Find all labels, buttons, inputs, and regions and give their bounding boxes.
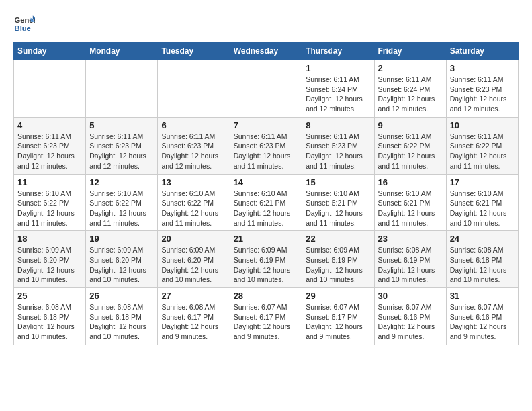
calendar-cell: 15Sunrise: 6:10 AM Sunset: 6:21 PM Dayli… (302, 174, 374, 231)
day-number: 8 (306, 120, 370, 130)
svg-text:Blue: Blue (15, 24, 31, 32)
day-number: 18 (17, 234, 82, 244)
day-info: Sunrise: 6:07 AM Sunset: 6:16 PM Dayligh… (450, 302, 515, 342)
calendar-cell: 20Sunrise: 6:09 AM Sunset: 6:20 PM Dayli… (158, 231, 230, 288)
day-info: Sunrise: 6:11 AM Sunset: 6:22 PM Dayligh… (378, 132, 443, 171)
calendar-cell (230, 60, 302, 118)
day-info: Sunrise: 6:07 AM Sunset: 6:17 PM Dayligh… (306, 302, 370, 342)
calendar-cell: 11Sunrise: 6:10 AM Sunset: 6:22 PM Dayli… (14, 174, 86, 231)
calendar-cell: 14Sunrise: 6:10 AM Sunset: 6:21 PM Dayli… (230, 174, 302, 231)
calendar-cell: 3Sunrise: 6:11 AM Sunset: 6:23 PM Daylig… (446, 60, 518, 118)
day-number: 17 (450, 177, 515, 187)
logo: General Blue (13, 13, 38, 35)
weekday-header-monday: Monday (86, 42, 158, 60)
day-info: Sunrise: 6:07 AM Sunset: 6:17 PM Dayligh… (234, 302, 299, 342)
calendar-cell: 18Sunrise: 6:09 AM Sunset: 6:20 PM Dayli… (14, 231, 86, 288)
day-number: 12 (89, 177, 154, 187)
day-info: Sunrise: 6:11 AM Sunset: 6:24 PM Dayligh… (306, 75, 370, 114)
calendar-cell: 22Sunrise: 6:09 AM Sunset: 6:19 PM Dayli… (302, 231, 374, 288)
calendar-cell (158, 60, 230, 118)
day-info: Sunrise: 6:11 AM Sunset: 6:22 PM Dayligh… (450, 132, 515, 171)
day-info: Sunrise: 6:08 AM Sunset: 6:18 PM Dayligh… (17, 302, 82, 342)
day-info: Sunrise: 6:11 AM Sunset: 6:23 PM Dayligh… (161, 132, 226, 171)
day-info: Sunrise: 6:08 AM Sunset: 6:18 PM Dayligh… (450, 245, 515, 285)
week-row-4: 25Sunrise: 6:08 AM Sunset: 6:18 PM Dayli… (14, 288, 519, 345)
day-number: 15 (306, 177, 370, 187)
day-info: Sunrise: 6:08 AM Sunset: 6:19 PM Dayligh… (378, 245, 443, 285)
weekday-header-sunday: Sunday (14, 42, 86, 60)
day-info: Sunrise: 6:11 AM Sunset: 6:23 PM Dayligh… (450, 75, 515, 114)
day-info: Sunrise: 6:10 AM Sunset: 6:21 PM Dayligh… (450, 189, 515, 228)
calendar-cell: 19Sunrise: 6:09 AM Sunset: 6:20 PM Dayli… (86, 231, 158, 288)
calendar-cell: 2Sunrise: 6:11 AM Sunset: 6:24 PM Daylig… (374, 60, 446, 118)
day-number: 25 (17, 291, 82, 301)
day-info: Sunrise: 6:09 AM Sunset: 6:19 PM Dayligh… (234, 245, 299, 285)
week-row-1: 4Sunrise: 6:11 AM Sunset: 6:23 PM Daylig… (14, 117, 519, 174)
day-number: 11 (17, 177, 82, 187)
day-number: 1 (306, 63, 370, 73)
day-number: 5 (89, 120, 154, 130)
calendar-cell: 26Sunrise: 6:08 AM Sunset: 6:18 PM Dayli… (86, 288, 158, 345)
day-number: 16 (378, 177, 443, 187)
calendar-cell: 1Sunrise: 6:11 AM Sunset: 6:24 PM Daylig… (302, 60, 374, 118)
day-info: Sunrise: 6:09 AM Sunset: 6:20 PM Dayligh… (89, 245, 154, 285)
logo-icon: General Blue (13, 13, 35, 35)
day-info: Sunrise: 6:11 AM Sunset: 6:24 PM Dayligh… (378, 75, 443, 114)
day-number: 31 (450, 291, 515, 301)
calendar-cell: 21Sunrise: 6:09 AM Sunset: 6:19 PM Dayli… (230, 231, 302, 288)
calendar-body: 1Sunrise: 6:11 AM Sunset: 6:24 PM Daylig… (14, 60, 519, 345)
day-info: Sunrise: 6:09 AM Sunset: 6:20 PM Dayligh… (161, 245, 226, 285)
day-info: Sunrise: 6:09 AM Sunset: 6:20 PM Dayligh… (17, 245, 82, 285)
weekday-header-saturday: Saturday (446, 42, 518, 60)
weekday-header-wednesday: Wednesday (230, 42, 302, 60)
calendar-cell: 13Sunrise: 6:10 AM Sunset: 6:22 PM Dayli… (158, 174, 230, 231)
day-number: 30 (378, 291, 443, 301)
week-row-3: 18Sunrise: 6:09 AM Sunset: 6:20 PM Dayli… (14, 231, 519, 288)
calendar-cell: 10Sunrise: 6:11 AM Sunset: 6:22 PM Dayli… (446, 117, 518, 174)
day-number: 24 (450, 234, 515, 244)
calendar-cell: 31Sunrise: 6:07 AM Sunset: 6:16 PM Dayli… (446, 288, 518, 345)
day-number: 10 (450, 120, 515, 130)
day-number: 2 (378, 63, 443, 73)
calendar-cell: 7Sunrise: 6:11 AM Sunset: 6:23 PM Daylig… (230, 117, 302, 174)
day-number: 27 (161, 291, 226, 301)
day-number: 6 (161, 120, 226, 130)
calendar-cell: 9Sunrise: 6:11 AM Sunset: 6:22 PM Daylig… (374, 117, 446, 174)
day-number: 13 (161, 177, 226, 187)
calendar-cell: 17Sunrise: 6:10 AM Sunset: 6:21 PM Dayli… (446, 174, 518, 231)
calendar-cell: 6Sunrise: 6:11 AM Sunset: 6:23 PM Daylig… (158, 117, 230, 174)
weekday-header-row: SundayMondayTuesdayWednesdayThursdayFrid… (14, 42, 519, 60)
weekday-header-tuesday: Tuesday (158, 42, 230, 60)
day-info: Sunrise: 6:10 AM Sunset: 6:21 PM Dayligh… (378, 189, 443, 228)
day-number: 28 (234, 291, 299, 301)
day-number: 21 (234, 234, 299, 244)
day-info: Sunrise: 6:10 AM Sunset: 6:22 PM Dayligh… (17, 189, 82, 228)
calendar-cell (14, 60, 86, 118)
weekday-header-thursday: Thursday (302, 42, 374, 60)
day-info: Sunrise: 6:08 AM Sunset: 6:18 PM Dayligh… (89, 302, 154, 342)
day-info: Sunrise: 6:10 AM Sunset: 6:22 PM Dayligh… (161, 189, 226, 228)
day-info: Sunrise: 6:08 AM Sunset: 6:17 PM Dayligh… (161, 302, 226, 342)
day-number: 23 (378, 234, 443, 244)
calendar-table: SundayMondayTuesdayWednesdayThursdayFrid… (13, 42, 519, 345)
calendar-cell: 25Sunrise: 6:08 AM Sunset: 6:18 PM Dayli… (14, 288, 86, 345)
day-info: Sunrise: 6:07 AM Sunset: 6:16 PM Dayligh… (378, 302, 443, 342)
day-number: 22 (306, 234, 370, 244)
calendar-cell: 27Sunrise: 6:08 AM Sunset: 6:17 PM Dayli… (158, 288, 230, 345)
calendar-cell: 29Sunrise: 6:07 AM Sunset: 6:17 PM Dayli… (302, 288, 374, 345)
day-number: 7 (234, 120, 299, 130)
day-info: Sunrise: 6:10 AM Sunset: 6:22 PM Dayligh… (89, 189, 154, 228)
day-number: 14 (234, 177, 299, 187)
week-row-2: 11Sunrise: 6:10 AM Sunset: 6:22 PM Dayli… (14, 174, 519, 231)
calendar-cell: 28Sunrise: 6:07 AM Sunset: 6:17 PM Dayli… (230, 288, 302, 345)
day-number: 26 (89, 291, 154, 301)
calendar-cell: 30Sunrise: 6:07 AM Sunset: 6:16 PM Dayli… (374, 288, 446, 345)
day-number: 9 (378, 120, 443, 130)
day-info: Sunrise: 6:10 AM Sunset: 6:21 PM Dayligh… (234, 189, 299, 228)
calendar-cell: 24Sunrise: 6:08 AM Sunset: 6:18 PM Dayli… (446, 231, 518, 288)
day-number: 4 (17, 120, 82, 130)
day-info: Sunrise: 6:11 AM Sunset: 6:23 PM Dayligh… (17, 132, 82, 171)
day-number: 3 (450, 63, 515, 73)
calendar-cell (86, 60, 158, 118)
day-info: Sunrise: 6:11 AM Sunset: 6:23 PM Dayligh… (89, 132, 154, 171)
